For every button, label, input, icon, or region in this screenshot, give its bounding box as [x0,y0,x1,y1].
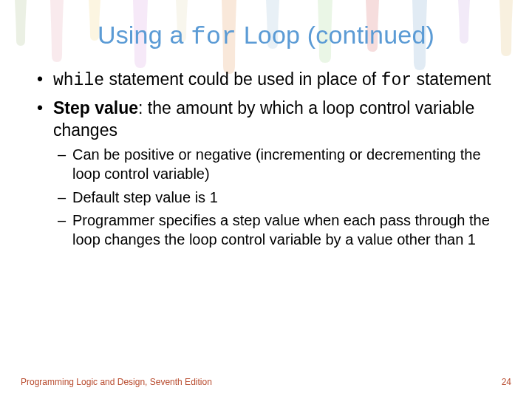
sub-bullet-list: Can be positive or negative (incrementin… [53,146,501,249]
slide-content: Using a for Loop (continued) while state… [0,0,532,249]
sub-bullet-item: Can be positive or negative (incrementin… [56,146,501,183]
footer-left: Programming Logic and Design, Seventh Ed… [21,377,212,387]
sub-bullet-item: Programmer specifies a step value when e… [56,211,501,249]
text-run: while [53,71,104,90]
bullet-list: while statement could be used in place o… [31,69,501,249]
text-run: statement could be used in place of [104,69,381,89]
text-run: Step value [53,98,138,117]
bullet-item: Step value: the amount by which a loop c… [35,98,501,249]
sub-bullet-item: Default step value is 1 [56,188,501,208]
bullet-item: while statement could be used in place o… [35,69,501,92]
slide-title: Using a for Loop (continued) [31,21,501,51]
page-number: 24 [502,377,511,387]
text-run: for [381,71,412,90]
slide-footer: Programming Logic and Design, Seventh Ed… [21,377,511,387]
text-run: statement [412,69,491,89]
